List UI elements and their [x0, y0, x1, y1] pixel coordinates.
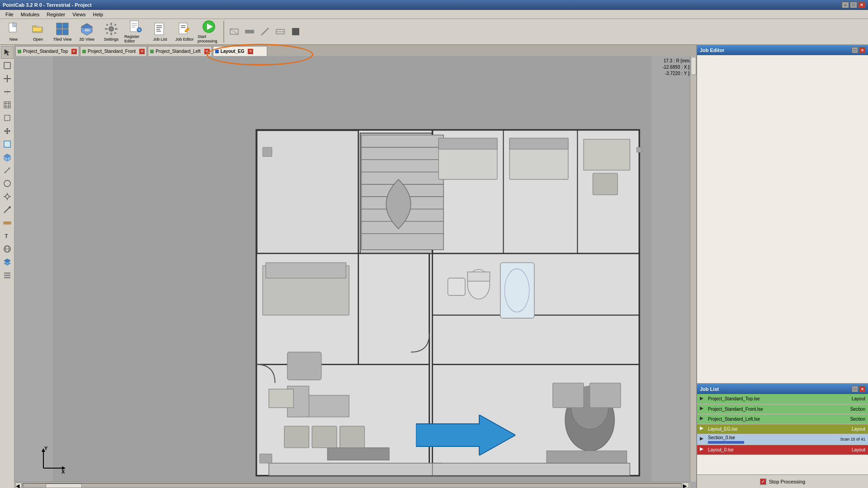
svg-rect-137	[259, 454, 272, 463]
table-row[interactable]: Project_Standard_Front.lse Section	[697, 404, 868, 414]
3d-view-button[interactable]: 3D 3D View	[75, 20, 99, 43]
extra-tool-5[interactable]	[288, 24, 303, 39]
svg-rect-11	[110, 23, 112, 25]
job-list-header: Job List □ ✕	[697, 384, 868, 394]
maximize-button[interactable]: □	[850, 2, 857, 8]
h-scroll-left[interactable]: ◀	[15, 483, 22, 488]
text-tool[interactable]: T	[1, 230, 14, 242]
layers-tool[interactable]	[1, 256, 14, 268]
job-editor-header: Job Editor □ ✕	[697, 45, 868, 55]
settings-button[interactable]: Settings	[99, 20, 123, 43]
new-button[interactable]: New	[2, 20, 25, 43]
cursor-tool[interactable]	[1, 46, 14, 59]
svg-marker-144	[416, 415, 515, 455]
svg-text:3D: 3D	[85, 28, 90, 32]
tab-label-left: Project_Standard_Left	[156, 49, 201, 54]
extra-tool-1[interactable]	[227, 24, 241, 39]
window-controls: – □ ✕	[842, 2, 865, 8]
tab-close-top[interactable]: ✕	[71, 49, 77, 54]
3d-cube-tool[interactable]	[1, 151, 14, 164]
menu-help[interactable]: Help	[89, 11, 107, 18]
diagonal-tool[interactable]	[1, 203, 14, 216]
job-list-icon	[153, 22, 167, 36]
job-editor-maximize[interactable]: □	[852, 47, 858, 53]
menu-file[interactable]: File	[2, 11, 17, 18]
horizontal-scrollbar[interactable]: ◀ ▶	[14, 482, 690, 488]
job-editor-button[interactable]: Job Editor	[173, 20, 196, 43]
svg-rect-103	[284, 426, 309, 448]
job-editor-label: Job Editor	[175, 37, 194, 42]
job-type-cell: Layout	[814, 445, 868, 455]
tiled-view-button[interactable]: Tiled View	[51, 20, 74, 43]
job-list-close[interactable]: ✕	[859, 386, 865, 392]
register-editor-label: Register Editor	[124, 34, 147, 43]
extra-tool-4[interactable]	[273, 24, 288, 39]
tab-layout-eg[interactable]: Layout_EG ✕	[213, 46, 267, 56]
job-list-maximize[interactable]: □	[852, 386, 858, 392]
job-type-cell: Layout	[814, 394, 868, 404]
table-row[interactable]: Layout_0.lse Layout	[697, 445, 868, 455]
job-editor-close[interactable]: ✕	[859, 47, 865, 53]
zoom-out-tool[interactable]	[1, 85, 14, 98]
h-scroll-thumb[interactable]	[46, 483, 82, 488]
svg-rect-4	[63, 23, 68, 28]
svg-rect-107	[266, 263, 346, 278]
svg-rect-136	[637, 147, 642, 152]
tab-project-standard-front[interactable]: Project_Standard_Front ✕	[80, 46, 147, 56]
vertical-scrollbar[interactable]	[690, 56, 696, 482]
svg-rect-12	[110, 33, 112, 35]
measure-tool[interactable]	[1, 164, 14, 177]
job-play-cell	[697, 445, 706, 455]
job-list-controls: □ ✕	[852, 386, 865, 392]
close-button[interactable]: ✕	[858, 2, 865, 8]
stop-checkbox[interactable]: ✓	[760, 479, 766, 485]
table-row[interactable]: Project_Standard_Left.lse Section	[697, 414, 868, 424]
zoom-tool[interactable]	[1, 59, 14, 72]
table-row[interactable]: Layout_EG.lse Layout	[697, 424, 868, 434]
svg-rect-131	[590, 383, 621, 408]
register-editor-button[interactable]: ✎ Register Editor	[124, 20, 147, 43]
tab-close-left[interactable]: ✕	[204, 49, 210, 54]
svg-marker-147	[700, 417, 703, 420]
v-scroll-thumb[interactable]	[691, 57, 696, 75]
job-list-button[interactable]: Job List	[148, 20, 172, 43]
floorplan-svg	[14, 56, 690, 482]
job-play-cell	[697, 434, 706, 445]
crop-tool[interactable]	[1, 112, 14, 124]
zoom-in-tool[interactable]	[1, 72, 14, 85]
tab-close-front[interactable]: ✕	[139, 49, 145, 54]
circle-tool[interactable]	[1, 177, 14, 190]
tab-project-standard-left[interactable]: Project_Standard_Left ✕	[148, 46, 212, 56]
job-list-table: Project_Standard_Top.lse Layout Project_…	[697, 394, 868, 455]
open-label: Open	[33, 37, 43, 42]
minimize-button[interactable]: –	[842, 2, 849, 8]
extra-tool-3[interactable]	[258, 24, 272, 39]
svg-rect-133	[269, 463, 442, 475]
box-select-tool[interactable]	[1, 138, 14, 150]
svg-rect-135	[263, 147, 272, 156]
list-tool[interactable]	[1, 269, 14, 282]
menu-register[interactable]: Register	[43, 11, 69, 18]
pan-tool[interactable]	[1, 125, 14, 137]
tab-project-standard-top[interactable]: Project_Standard_Top ✕	[15, 46, 79, 56]
grid-tool[interactable]	[1, 99, 14, 111]
table-row[interactable]: Project_Standard_Top.lse Layout	[697, 394, 868, 404]
svg-rect-18	[114, 32, 117, 34]
ruler-tool[interactable]	[1, 216, 14, 229]
table-row[interactable]: Section_0.lse Scan 15 of 41	[697, 434, 868, 445]
svg-line-36	[230, 29, 238, 34]
svg-rect-13	[105, 28, 108, 30]
menu-bar: File Modules Register Views Help	[0, 10, 868, 19]
start-processing-button[interactable]: Start processing	[197, 20, 221, 43]
menu-views[interactable]: Views	[69, 11, 89, 18]
h-scroll-right[interactable]: ▶	[683, 483, 689, 488]
open-button[interactable]: Open	[26, 20, 50, 43]
svg-marker-146	[700, 407, 703, 410]
svg-point-10	[109, 27, 113, 31]
tab-close-layout[interactable]: ✕	[248, 49, 253, 54]
settings-side-tool[interactable]	[1, 190, 14, 203]
globe-tool[interactable]	[1, 243, 14, 255]
extra-tool-2[interactable]	[242, 24, 257, 39]
menu-modules[interactable]: Modules	[17, 11, 43, 18]
job-editor-panel: Job Editor □ ✕	[697, 45, 868, 384]
